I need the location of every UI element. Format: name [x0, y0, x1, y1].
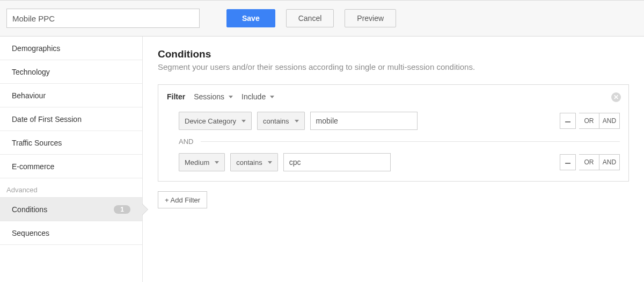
include-value: Include [241, 92, 266, 101]
sidebar-item-label: Technology [12, 68, 50, 76]
operator-dropdown[interactable]: contains [257, 112, 304, 130]
operator-value: contains [263, 117, 289, 125]
condition-row: Device Category contains – OR AND [179, 112, 620, 130]
or-button[interactable]: OR [579, 113, 599, 129]
dimension-dropdown[interactable]: Device Category [179, 112, 252, 130]
sidebar-item-sequences[interactable]: Sequences [0, 221, 142, 245]
caret-down-icon [215, 161, 219, 164]
condition-row: Medium contains – OR AND [179, 153, 620, 171]
caret-down-icon [295, 120, 299, 122]
sidebar-group-advanced: Advanced [0, 178, 142, 198]
sidebar-item-label: Date of First Session [12, 115, 82, 124]
scope-value: Sessions [194, 92, 224, 101]
condition-value-input[interactable] [310, 112, 418, 130]
sidebar-item-label: Behaviour [12, 91, 46, 100]
page-title: Conditions [158, 48, 629, 60]
sidebar-item-behaviour[interactable]: Behaviour [0, 84, 142, 107]
sidebar-item-conditions[interactable]: Conditions 1 [0, 198, 142, 221]
operator-value: contains [236, 158, 262, 167]
and-label: AND [179, 138, 193, 146]
scope-dropdown[interactable]: Sessions [194, 92, 233, 101]
segment-name-input[interactable] [6, 9, 200, 28]
sidebar-item-label: Sequences [12, 229, 49, 237]
dimension-value: Device Category [185, 117, 236, 125]
filter-label: Filter [167, 92, 185, 101]
sidebar-item-date-of-first-session[interactable]: Date of First Session [0, 107, 142, 131]
sidebar-item-label: Traffic Sources [12, 139, 62, 147]
or-button[interactable]: OR [579, 154, 599, 170]
top-bar: Save Cancel Preview [0, 0, 644, 37]
filter-card: ✕ Filter Sessions Include Device Categor… [158, 84, 629, 182]
remove-condition-button[interactable]: – [560, 154, 576, 170]
save-button[interactable]: Save [226, 9, 275, 27]
caret-down-icon [268, 161, 272, 164]
add-filter-button[interactable]: + Add Filter [158, 191, 207, 208]
dimension-dropdown[interactable]: Medium [179, 153, 225, 171]
sidebar: Demographics Technology Behaviour Date o… [0, 37, 143, 282]
sidebar-item-ecommerce[interactable]: E-commerce [0, 155, 142, 178]
sidebar-item-label: E-commerce [12, 162, 54, 171]
include-dropdown[interactable]: Include [241, 92, 274, 101]
cancel-button[interactable]: Cancel [286, 9, 334, 27]
conditions-count-badge: 1 [114, 205, 130, 214]
caret-down-icon [270, 96, 274, 98]
sidebar-item-label: Demographics [12, 44, 60, 53]
sidebar-item-demographics[interactable]: Demographics [0, 37, 142, 60]
main-content: Conditions Segment your users and/or the… [143, 37, 644, 282]
preview-button[interactable]: Preview [345, 9, 396, 27]
and-button[interactable]: AND [599, 113, 620, 129]
divider-line [201, 141, 620, 142]
dimension-value: Medium [185, 158, 209, 167]
caret-down-icon [241, 120, 246, 122]
close-icon[interactable]: ✕ [611, 92, 621, 102]
selected-arrow-icon [142, 204, 148, 215]
caret-down-icon [229, 96, 233, 98]
condition-value-input[interactable] [283, 153, 391, 171]
filter-header: Filter Sessions Include [167, 92, 620, 101]
sidebar-item-technology[interactable]: Technology [0, 60, 142, 84]
remove-condition-button[interactable]: – [560, 113, 576, 129]
sidebar-item-traffic-sources[interactable]: Traffic Sources [0, 131, 142, 155]
operator-dropdown[interactable]: contains [230, 153, 277, 171]
sidebar-group-label: Advanced [6, 186, 38, 194]
page-subtitle: Segment your users and/or their sessions… [158, 62, 629, 71]
and-button[interactable]: AND [599, 154, 620, 170]
and-divider: AND [179, 138, 620, 146]
sidebar-item-label: Conditions [12, 205, 47, 214]
